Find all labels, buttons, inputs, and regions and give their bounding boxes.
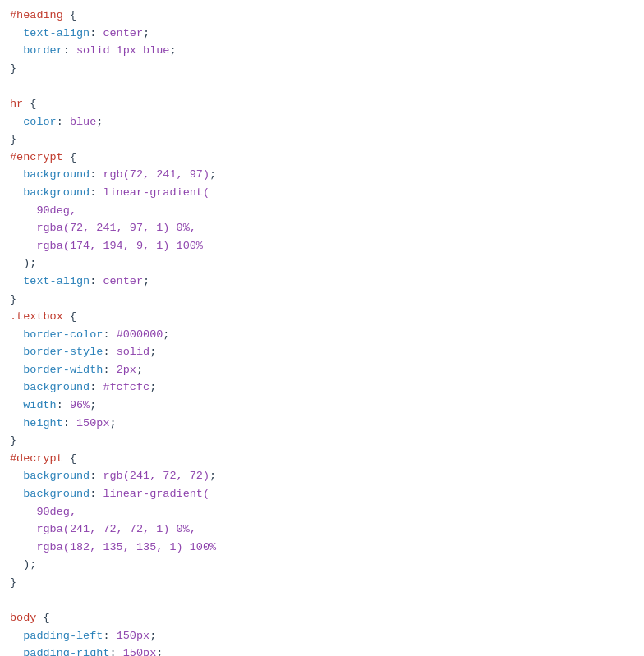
code-line	[0, 77, 644, 95]
token-indent	[10, 485, 23, 503]
token-property: border-style	[23, 343, 103, 361]
token-semicolon: ;	[110, 415, 117, 433]
token-semicolon: ;	[156, 645, 163, 656]
code-line: }	[0, 131, 644, 149]
code-editor: #heading { text-align: center; border: s…	[0, 0, 644, 656]
token-indent	[10, 397, 23, 415]
token-indent	[10, 113, 23, 131]
token-semicolon: ;	[143, 25, 150, 43]
token-property: border-color	[23, 326, 103, 344]
code-line: body {	[0, 609, 644, 627]
token-property: padding-left	[23, 627, 103, 645]
code-line: background: rgb(72, 241, 97);	[0, 166, 644, 184]
code-content[interactable]: #heading { text-align: center; border: s…	[0, 0, 644, 656]
token-indent	[10, 378, 23, 397]
code-line: #heading {	[0, 7, 644, 25]
token-semicolon: );	[23, 556, 36, 574]
token-indent	[10, 202, 36, 220]
token-value-func: linear-gradient(	[103, 485, 209, 503]
token-property: background	[23, 378, 90, 397]
token-semicolon: ;	[150, 343, 156, 361]
token-brace: {	[63, 149, 76, 167]
token-property: height	[23, 415, 63, 433]
code-line: 90deg,	[0, 202, 644, 220]
code-line: padding-right: 150px;	[0, 645, 644, 656]
token-indent	[10, 184, 23, 202]
token-semicolon: ;	[209, 166, 216, 184]
token-value-plain: rgba(72, 241, 97, 1) 0%,	[36, 219, 196, 237]
token-colon: :	[90, 166, 103, 184]
code-line: .textbox {	[0, 308, 644, 326]
token-colon: :	[103, 627, 116, 645]
code-line: border-width: 2px;	[0, 361, 644, 379]
token-indent	[10, 273, 23, 291]
token-indent	[10, 539, 36, 557]
code-line: }	[0, 574, 644, 592]
code-line: rgba(72, 241, 97, 1) 0%,	[0, 219, 644, 237]
token-colon: :	[63, 42, 76, 60]
token-brace: {	[63, 308, 76, 326]
token-value-color: #fcfcfc	[103, 378, 150, 397]
token-value-plain: 150px	[117, 627, 150, 645]
token-indent	[10, 467, 23, 485]
token-indent	[10, 521, 36, 539]
code-line: background: linear-gradient(	[0, 184, 644, 202]
token-colon: :	[57, 113, 70, 131]
token-brace: {	[63, 7, 76, 25]
token-value-plain: 150px	[123, 645, 157, 656]
token-value-plain: blue	[70, 113, 96, 131]
token-colon: :	[63, 415, 76, 433]
code-line: }	[0, 291, 644, 309]
code-line: height: 150px;	[0, 415, 644, 433]
token-value-plain: 2px	[117, 361, 136, 379]
token-colon: :	[90, 378, 103, 397]
token-indent	[10, 326, 23, 344]
token-property: border-width	[23, 361, 103, 379]
code-line: text-align: center;	[0, 25, 644, 43]
token-value-plain: solid	[117, 343, 150, 361]
code-line	[0, 592, 644, 610]
token-value-plain: center	[103, 273, 143, 291]
token-selector: #heading	[10, 7, 63, 25]
token-colon: :	[110, 645, 123, 656]
token-colon: :	[90, 467, 103, 485]
token-selector: hr	[10, 95, 23, 113]
token-value-plain: center	[103, 25, 143, 43]
token-indent	[10, 627, 23, 645]
code-line: rgba(241, 72, 72, 1) 0%,	[0, 521, 644, 539]
token-value-plain: 90deg,	[36, 503, 76, 521]
token-semicolon: ;	[90, 397, 96, 415]
token-value-plain: 150px	[76, 415, 110, 433]
token-semicolon: ;	[96, 113, 103, 131]
token-indent	[10, 645, 23, 656]
token-colon: :	[90, 184, 103, 202]
token-brace: {	[23, 95, 36, 113]
token-value-plain: solid 1px blue	[76, 42, 169, 60]
token-value-plain: rgb(241, 72, 72)	[103, 467, 209, 485]
token-colon: :	[103, 343, 116, 361]
token-value-plain: rgba(174, 194, 9, 1) 100%	[36, 237, 203, 255]
token-colon: :	[57, 397, 70, 415]
code-line: #decrypt {	[0, 450, 644, 468]
token-semicolon: ;	[209, 467, 216, 485]
token-brace: }	[10, 131, 16, 149]
code-line: #encrypt {	[0, 149, 644, 167]
token-brace: }	[10, 574, 16, 592]
token-property: padding-right	[23, 645, 109, 656]
token-property: width	[23, 397, 57, 415]
token-property: border	[23, 42, 63, 60]
token-brace: {	[36, 609, 49, 627]
token-colon: :	[90, 273, 103, 291]
token-property: text-align	[23, 25, 90, 43]
token-indent	[10, 503, 36, 521]
token-property: color	[23, 113, 57, 131]
token-brace: }	[10, 291, 16, 309]
token-indent	[10, 556, 23, 574]
code-line: 90deg,	[0, 503, 644, 521]
code-line: background: linear-gradient(	[0, 485, 644, 503]
token-property: background	[23, 485, 90, 503]
token-semicolon: ;	[169, 42, 176, 60]
code-line: text-align: center;	[0, 273, 644, 291]
token-value-plain: 90deg,	[36, 202, 76, 220]
token-semicolon: ;	[136, 361, 143, 379]
